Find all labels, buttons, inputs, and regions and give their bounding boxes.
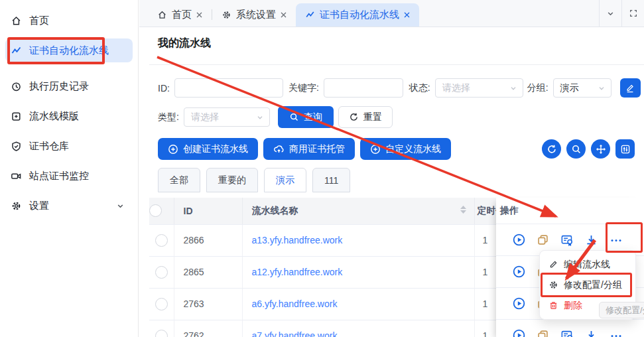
row-checkbox[interactable]: [155, 266, 168, 279]
more-actions-button[interactable]: [609, 329, 623, 337]
column-header-operations: 操作: [496, 198, 644, 224]
circle-plus-icon: [370, 144, 381, 155]
row-checkbox[interactable]: [155, 298, 168, 310]
query-button[interactable]: 查询: [278, 106, 334, 128]
pipeline-name-link[interactable]: a6.yfy.handfree.work: [243, 299, 338, 309]
copy-icon[interactable]: [537, 329, 549, 337]
certificate-icon[interactable]: [560, 234, 574, 246]
sidebar-item-cert-pipeline[interactable]: 证书自动化流水线: [5, 38, 133, 62]
custom-pipeline-button[interactable]: 自定义流水线: [360, 138, 451, 160]
refresh-icon: [547, 144, 557, 155]
type-label: 类型:: [158, 111, 179, 123]
row-checkbox[interactable]: [155, 330, 168, 337]
pipeline-name-link[interactable]: a7.yfy.handfree.work: [243, 330, 338, 337]
play-icon[interactable]: [513, 297, 525, 310]
menu-item-label: 修改配置/分组: [564, 279, 622, 291]
camera-icon: [11, 170, 22, 182]
close-tab-icon[interactable]: [196, 12, 202, 18]
sidebar-item-templates[interactable]: 流水线模版: [5, 104, 133, 128]
row-cron: 1: [475, 267, 488, 277]
column-settings-button[interactable]: [615, 139, 635, 159]
search-icon: [289, 112, 299, 122]
group-tab-label: 全部: [170, 174, 188, 186]
query-button-label: 查询: [304, 111, 322, 123]
group-tab-all[interactable]: 全部: [158, 168, 200, 192]
menu-item-label: 编辑流水线: [564, 259, 610, 271]
group-tab-demo[interactable]: 演示: [264, 168, 306, 192]
copy-icon[interactable]: [537, 234, 549, 246]
more-actions-button[interactable]: [609, 234, 623, 246]
menu-item-label: 删除: [564, 300, 582, 312]
tabbar: 首页 系统设置 证书自动化流水线: [139, 0, 644, 27]
trash-icon: [548, 301, 558, 310]
group-label: 分组:: [527, 82, 548, 94]
download-icon[interactable]: [585, 329, 598, 337]
menu-item-edit-pipeline[interactable]: 编辑流水线: [540, 254, 635, 275]
reset-button-label: 重置: [363, 111, 382, 123]
sidebar-item-history[interactable]: 执行历史记录: [5, 74, 133, 98]
create-pipeline-button[interactable]: 创建证书流水线: [158, 138, 258, 160]
sidebar-item-label: 站点证书监控: [29, 170, 89, 182]
pipeline-icon: [305, 10, 315, 20]
group-select[interactable]: 演示: [553, 78, 612, 98]
create-pipeline-label: 创建证书流水线: [183, 143, 248, 155]
group-tab-111[interactable]: 111: [312, 168, 350, 192]
sidebar-item-cert-repo[interactable]: 证书仓库: [5, 134, 133, 158]
group-tab-label: 重要的: [218, 174, 246, 186]
column-header-name: 流水线名称: [243, 205, 298, 216]
tab-cert-pipeline[interactable]: 证书自动化流水线: [296, 3, 419, 27]
close-tab-icon[interactable]: [281, 12, 287, 18]
play-icon[interactable]: [513, 265, 525, 278]
group-tab-important[interactable]: 重要的: [206, 168, 258, 192]
reset-button[interactable]: 重置: [338, 106, 393, 128]
id-label: ID:: [158, 83, 170, 94]
play-icon[interactable]: [513, 329, 525, 337]
select-all-checkbox[interactable]: [149, 204, 162, 217]
status-select[interactable]: 请选择: [435, 78, 523, 98]
move-button[interactable]: [591, 139, 610, 159]
filter-row-1: ID: 关键字: 状态: 请选择 分组: 演示: [158, 78, 644, 98]
tab-label: 首页: [172, 9, 192, 21]
column-settings-icon: [620, 144, 631, 155]
chevron-down-icon: [509, 84, 517, 92]
type-select[interactable]: 请选择: [184, 107, 270, 127]
chevron-down-icon: [598, 84, 606, 92]
id-input[interactable]: [174, 78, 283, 98]
pipeline-name-link[interactable]: a13.yfy.handfree.work: [243, 235, 343, 245]
sort-icon[interactable]: [460, 206, 466, 214]
gear-icon: [548, 280, 558, 290]
refresh-table-button[interactable]: [542, 139, 561, 159]
search-table-button[interactable]: [566, 139, 586, 159]
group-tabs: 全部 重要的 演示 111: [158, 168, 644, 192]
sidebar-item-label: 证书仓库: [29, 140, 69, 153]
tooltip-text: 修改配置/分: [606, 304, 644, 316]
tabs-dropdown-button[interactable]: [599, 0, 621, 27]
row-id: 2762: [174, 330, 204, 337]
tab-home[interactable]: 首页: [148, 3, 212, 27]
edit-group-button[interactable]: [620, 78, 641, 98]
row-cron: 1: [475, 235, 488, 245]
download-icon[interactable]: [585, 234, 598, 246]
pipeline-name-link[interactable]: a12.yfy.handfree.work: [243, 267, 343, 277]
keyword-input[interactable]: [324, 78, 403, 98]
row-checkbox[interactable]: [155, 234, 168, 247]
sidebar-item-settings[interactable]: 设置: [5, 194, 133, 218]
row-cron: 1: [475, 330, 488, 337]
tab-system-settings[interactable]: 系统设置: [212, 3, 296, 27]
sidebar-item-home[interactable]: 首页: [5, 9, 133, 33]
sidebar-item-label: 执行历史记录: [29, 80, 89, 93]
sidebar-item-label: 首页: [29, 15, 49, 27]
divider: [149, 64, 644, 65]
fullscreen-button[interactable]: [621, 0, 644, 27]
commercial-cert-button[interactable]: 商用证书托管: [263, 138, 355, 160]
sidebar-item-site-monitor[interactable]: 站点证书监控: [5, 164, 133, 188]
chevron-down-icon: [606, 9, 615, 18]
page-title: 我的流水线: [158, 36, 644, 50]
menu-item-modify-config[interactable]: 修改配置/分组: [540, 275, 635, 295]
certificate-icon[interactable]: [560, 329, 574, 337]
sidebar-item-label: 流水线模版: [29, 110, 79, 123]
close-tab-icon[interactable]: [404, 12, 410, 18]
pipeline-icon: [11, 45, 22, 56]
group-tab-label: 111: [324, 175, 338, 186]
play-icon[interactable]: [513, 234, 525, 246]
